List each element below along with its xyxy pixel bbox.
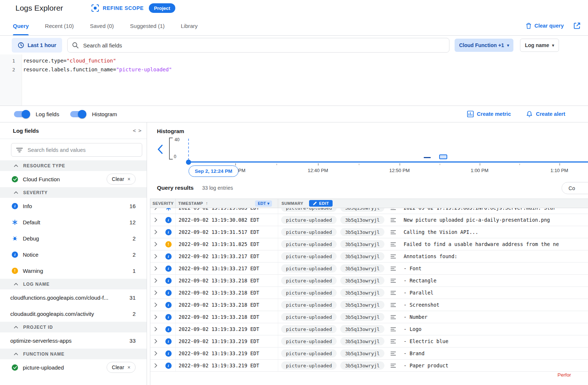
section-header-severity[interactable]: SEVERITY bbox=[0, 187, 147, 198]
function-name-chip[interactable]: picture-uploaded bbox=[281, 240, 337, 248]
function-name-chip[interactable]: picture-uploaded bbox=[281, 337, 337, 345]
sort-ascending-icon[interactable]: ↑ bbox=[206, 201, 208, 206]
expand-row-icon[interactable] bbox=[150, 351, 161, 356]
query-line-2[interactable]: 2 resource.labels.function_name="picture… bbox=[0, 65, 588, 74]
log-entry-row[interactable]: i2022-09-02 13:19:31.517 EDTpicture-uplo… bbox=[150, 226, 588, 238]
search-all-fields-input[interactable] bbox=[83, 42, 445, 49]
execution-id-chip[interactable]: 3b5q13owryjl bbox=[340, 216, 384, 224]
log-entry-row[interactable]: i2022-09-02 13:19:33.219 EDTpicture-uplo… bbox=[150, 347, 588, 360]
function-name-chip[interactable]: picture-uploaded bbox=[281, 228, 337, 236]
selected-time-pill[interactable]: Sep 2, 12:24 PM bbox=[189, 165, 239, 177]
log-field-item[interactable]: Debug2 bbox=[0, 230, 147, 246]
log-field-item[interactable]: Cloud FunctionClear× bbox=[0, 171, 147, 187]
log-entry-row[interactable]: i2022-09-02 13:19:33.218 EDTpicture-uplo… bbox=[150, 311, 588, 323]
tab-saved[interactable]: Saved (0) bbox=[90, 16, 114, 35]
execution-id-chip[interactable]: 3b5q13owryjl bbox=[340, 349, 384, 357]
tab-query[interactable]: Query bbox=[13, 16, 29, 35]
expand-row-icon[interactable] bbox=[150, 303, 161, 307]
tab-library[interactable]: Library bbox=[181, 16, 198, 35]
time-range-button[interactable]: Last 1 hour bbox=[12, 38, 62, 53]
log-name-dropdown[interactable]: Log name ▾ bbox=[520, 39, 559, 52]
fields-search-box[interactable] bbox=[11, 143, 142, 157]
execution-id-chip[interactable]: 3b5q13owryjl bbox=[340, 277, 384, 285]
log-fields-toggle[interactable] bbox=[14, 111, 29, 117]
execution-id-chip[interactable]: 3b5q13owryjl bbox=[340, 208, 384, 212]
fold-right-icon[interactable]: > bbox=[139, 128, 141, 133]
log-entry-row[interactable]: i2022-09-02 13:19:33.217 EDTpicture-uplo… bbox=[150, 263, 588, 275]
expand-row-icon[interactable] bbox=[150, 266, 161, 271]
expand-row-icon[interactable] bbox=[150, 290, 161, 295]
log-entry-row[interactable]: i2022-09-02 13:19:33.217 EDTpicture-uplo… bbox=[150, 250, 588, 263]
log-field-item[interactable]: iNotice2 bbox=[0, 246, 147, 263]
search-all-fields[interactable] bbox=[67, 38, 449, 53]
histogram-prev-button[interactable] bbox=[157, 145, 163, 154]
panel-fold-control[interactable]: < > bbox=[133, 128, 141, 133]
open-in-new-icon[interactable] bbox=[573, 22, 581, 29]
function-name-chip[interactable]: picture-uploaded bbox=[281, 325, 337, 333]
log-entry-row[interactable]: !2022-09-02 13:19:31.825 EDTpicture-uplo… bbox=[150, 238, 588, 250]
histogram-toggle[interactable] bbox=[70, 111, 86, 117]
function-name-chip[interactable]: picture-uploaded bbox=[281, 301, 337, 309]
expand-row-icon[interactable] bbox=[150, 363, 161, 368]
execution-id-chip[interactable]: 3b5q13owryjl bbox=[340, 361, 384, 370]
log-field-item[interactable]: cloudfunctions.googleapis.com/cloud-f...… bbox=[0, 289, 147, 306]
clear-query-button[interactable]: Clear query bbox=[526, 23, 564, 29]
execution-id-chip[interactable]: 3b5q13owryjl bbox=[340, 289, 384, 297]
section-header-project-id[interactable]: PROJECT ID bbox=[0, 322, 147, 332]
histogram-bar[interactable] bbox=[424, 157, 431, 158]
timeline-start-handle[interactable] bbox=[186, 160, 191, 165]
execution-id-chip[interactable]: 3b5q13owryjl bbox=[340, 240, 384, 248]
create-alert-button[interactable]: Create alert bbox=[526, 111, 565, 117]
execution-id-chip[interactable]: 3b5q13owryjl bbox=[340, 313, 384, 321]
query-editor[interactable]: 1 resource.type="cloud_function" 2 resou… bbox=[0, 54, 588, 106]
expand-row-icon[interactable] bbox=[150, 218, 161, 222]
function-name-chip[interactable]: picture-uploaded bbox=[281, 277, 337, 285]
clear-filter-button[interactable]: Clear× bbox=[107, 362, 136, 373]
tab-suggested[interactable]: Suggested (1) bbox=[130, 16, 165, 35]
function-name-chip[interactable]: picture-uploaded bbox=[281, 361, 337, 370]
function-name-chip[interactable]: picture-uploaded bbox=[281, 349, 337, 357]
function-name-chip[interactable]: picture-uploaded bbox=[281, 216, 337, 224]
function-name-chip[interactable]: picture-uploaded bbox=[281, 252, 337, 260]
expand-row-icon[interactable] bbox=[150, 230, 161, 234]
function-name-chip[interactable]: picture-uploaded bbox=[281, 313, 337, 321]
log-entry-row[interactable]: i2022-09-02 13:19:30.082 EDTpicture-uplo… bbox=[150, 214, 588, 226]
execution-id-chip[interactable]: 3b5q13owryjl bbox=[340, 264, 384, 272]
log-field-item[interactable]: cloudaudit.googleapis.com/activity2 bbox=[0, 306, 147, 322]
expand-row-icon[interactable] bbox=[150, 315, 161, 319]
expand-row-icon[interactable] bbox=[150, 242, 161, 246]
log-field-item[interactable]: optimize-serverless-apps33 bbox=[0, 332, 147, 349]
create-metric-button[interactable]: Create metric bbox=[467, 111, 511, 117]
expand-row-icon[interactable] bbox=[150, 254, 161, 259]
log-field-item[interactable]: picture-uploadedClear× bbox=[0, 359, 147, 375]
expand-row-icon[interactable] bbox=[150, 278, 161, 283]
expand-row-icon[interactable] bbox=[150, 339, 161, 343]
execution-id-chip[interactable]: 3b5q13owryjl bbox=[340, 252, 384, 260]
execution-id-chip[interactable]: 3b5q13owryjl bbox=[340, 337, 384, 345]
log-field-item[interactable]: Default12 bbox=[0, 214, 147, 230]
log-entry-row[interactable]: i2022-09-02 13:19:33.218 EDTpicture-uplo… bbox=[150, 287, 588, 299]
resource-filter-dropdown[interactable]: Cloud Function +1 ▾ bbox=[455, 39, 513, 52]
execution-id-chip[interactable]: 3b5q13owryjl bbox=[340, 228, 384, 236]
query-line-1[interactable]: 1 resource.type="cloud_function" bbox=[0, 56, 588, 65]
log-entry-row[interactable]: i2022-09-02 13:19:33.219 EDTpicture-uplo… bbox=[150, 335, 588, 347]
scope-badge[interactable]: Project bbox=[149, 3, 175, 13]
section-header-function-name[interactable]: FUNCTION NAME bbox=[0, 349, 147, 359]
section-header-resource-type[interactable]: RESOURCE TYPE bbox=[0, 160, 147, 171]
log-entry-row[interactable]: i2022-09-02 13:19:33.219 EDTpicture-uplo… bbox=[150, 360, 588, 372]
log-entry-row[interactable]: 2022-09-02 13:19:29.883 EDTpicture-uploa… bbox=[150, 208, 588, 214]
section-header-log-name[interactable]: LOG NAME bbox=[0, 279, 147, 289]
fold-left-icon[interactable]: < bbox=[133, 128, 136, 133]
expand-row-icon[interactable] bbox=[150, 208, 161, 210]
function-name-chip[interactable]: picture-uploaded bbox=[281, 289, 337, 297]
fields-search-input[interactable] bbox=[28, 147, 137, 153]
refine-scope-button[interactable]: REFINE SCOPE Project bbox=[91, 3, 176, 13]
expand-row-icon[interactable] bbox=[150, 327, 161, 331]
function-name-chip[interactable]: picture-uploaded bbox=[281, 264, 337, 272]
tab-recent[interactable]: Recent (10) bbox=[45, 16, 74, 35]
histogram-bar[interactable] bbox=[439, 154, 447, 159]
execution-id-chip[interactable]: 3b5q13owryjl bbox=[340, 325, 384, 333]
log-field-item[interactable]: iInfo16 bbox=[0, 198, 147, 214]
log-field-item[interactable]: !Warning1 bbox=[0, 263, 147, 279]
timezone-dropdown[interactable]: EDT ▾ bbox=[255, 200, 272, 207]
